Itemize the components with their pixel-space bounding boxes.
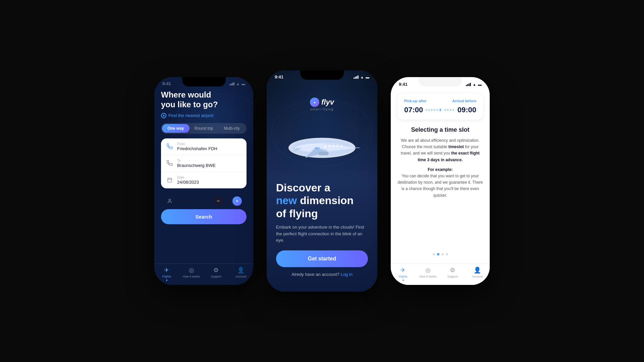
location-icon bbox=[161, 113, 166, 118]
passengers-controls: − 1 + bbox=[214, 196, 242, 206]
from-field[interactable]: From Friedrichshafen FDH bbox=[177, 142, 217, 151]
dot-4 bbox=[446, 253, 448, 255]
how-icon-3: ◎ bbox=[425, 266, 431, 274]
arrival-icon bbox=[166, 159, 174, 167]
svg-rect-21 bbox=[319, 152, 329, 155]
nav-dot-1 bbox=[166, 280, 167, 281]
phone-search: 9:41 ▲ ▬ bbox=[154, 77, 253, 285]
flights-label-3: Flights bbox=[399, 275, 408, 278]
account-icon-1: 👤 bbox=[237, 266, 245, 274]
dot-line: ✈ bbox=[426, 110, 454, 110]
plane-svg: flyv bbox=[275, 118, 369, 178]
onboard-subtext: Embark on your adventure in the clouds! … bbox=[276, 224, 368, 244]
svg-point-18 bbox=[332, 145, 334, 147]
notch-1 bbox=[182, 77, 226, 86]
dot-1 bbox=[433, 253, 435, 255]
time-3: 9:41 bbox=[399, 82, 408, 87]
login-link[interactable]: Log in bbox=[341, 272, 353, 277]
how-label-1: How it works bbox=[183, 275, 200, 278]
nav-account-3[interactable]: 👤 Account bbox=[465, 266, 490, 281]
to-row[interactable]: To Braunschweig BWE bbox=[161, 155, 247, 172]
passengers-row: Passengers − 1 + bbox=[161, 193, 247, 209]
support-label-3: Support bbox=[447, 275, 458, 278]
logo-area: ● flyv smart flying bbox=[267, 81, 377, 114]
svg-point-19 bbox=[336, 145, 338, 147]
logo-circle: ● bbox=[310, 98, 319, 107]
nav-how-3[interactable]: ◎ How it works bbox=[416, 266, 440, 281]
account-icon-3: 👤 bbox=[474, 266, 481, 274]
calendar-icon bbox=[166, 176, 174, 184]
arrival-time: 09:00 bbox=[458, 106, 476, 114]
onboard-headline: Discover a new dimensionof flying bbox=[276, 181, 368, 220]
phone-onboarding: 9:41 ▲ ▬ bbox=[267, 70, 377, 292]
svg-rect-4 bbox=[168, 178, 172, 182]
search-form-card: From Friedrichshafen FDH To Braunschw bbox=[161, 138, 247, 188]
login-text: Alredy have an account? Log in bbox=[276, 272, 368, 277]
status-icons-3: ▲ ▬ bbox=[466, 82, 482, 86]
nav-how-1[interactable]: ◎ How it works bbox=[179, 266, 204, 281]
account-label-3: Account bbox=[472, 275, 483, 278]
main-title: Where would you like to go? bbox=[161, 90, 247, 110]
increase-passengers-btn[interactable]: + bbox=[232, 196, 242, 206]
dot-2 bbox=[437, 253, 439, 255]
phones-container: 9:41 ▲ ▬ bbox=[154, 70, 490, 292]
pickup-label: Pick-up after bbox=[404, 99, 427, 103]
bottom-nav-1: ✈ Flights ◎ How it works ⚙ Support 👤 Acc… bbox=[154, 263, 253, 285]
slot-example: For example: You can decide that you wan… bbox=[397, 167, 483, 199]
slot-description: We are all about efficiency and optimiza… bbox=[397, 137, 483, 163]
battery-icon-3: ▬ bbox=[478, 82, 482, 86]
support-icon-1: ⚙ bbox=[213, 266, 219, 274]
time-range-header: Pick-up after Arrival before bbox=[404, 99, 476, 103]
notch-3 bbox=[419, 77, 462, 86]
svg-text:flyv: flyv bbox=[315, 146, 320, 149]
how-label-3: How it works bbox=[419, 275, 436, 278]
support-label-1: Support bbox=[211, 275, 222, 278]
date-field[interactable]: Date 24/08/2023 bbox=[177, 176, 199, 185]
search-button[interactable]: Search bbox=[161, 209, 247, 224]
decrease-passengers-btn[interactable]: − bbox=[214, 196, 223, 206]
onboard-text-area: Discover a new dimensionof flying Embark… bbox=[267, 181, 377, 292]
phone-1-body: Where would you like to go? Find the nea… bbox=[154, 87, 253, 263]
svg-point-16 bbox=[324, 145, 326, 147]
tab-multi-city[interactable]: Multi-city bbox=[218, 124, 246, 133]
tab-round-trip[interactable]: Round trip bbox=[190, 124, 218, 133]
notch-2 bbox=[300, 70, 344, 80]
plane-illustration-area: flyv bbox=[267, 114, 377, 181]
logo-sub: smart flying bbox=[310, 108, 334, 111]
date-row[interactable]: Date 24/08/2023 bbox=[161, 172, 247, 188]
from-row[interactable]: From Friedrichshafen FDH bbox=[161, 138, 247, 155]
logo-text: flyv bbox=[321, 98, 334, 107]
time-range-card: Pick-up after Arrival before 07:00 ✈ 09:… bbox=[397, 94, 483, 120]
dot-3 bbox=[441, 253, 444, 255]
flights-icon-1: ✈ bbox=[164, 266, 169, 274]
svg-point-17 bbox=[328, 145, 330, 147]
svg-point-20 bbox=[340, 145, 342, 147]
flights-label-1: Flights bbox=[162, 275, 171, 278]
get-started-button[interactable]: Get started bbox=[276, 250, 368, 267]
flights-icon-3: ✈ bbox=[400, 266, 406, 274]
find-airport-btn[interactable]: Find the nearest airport bbox=[161, 113, 247, 118]
departure-icon bbox=[166, 142, 174, 150]
person-icon bbox=[166, 197, 174, 205]
nav-dot-3 bbox=[402, 280, 404, 281]
nav-account-1[interactable]: 👤 Account bbox=[228, 266, 253, 281]
to-field[interactable]: To Braunschweig BWE bbox=[177, 159, 216, 168]
svg-point-8 bbox=[169, 199, 170, 201]
nav-flights-1[interactable]: ✈ Flights bbox=[154, 266, 179, 281]
passengers-count: 1 bbox=[226, 198, 229, 204]
bottom-nav-3: ✈ Flights ◎ How it works ⚙ Support 👤 Acc… bbox=[391, 263, 490, 285]
nav-flights-3[interactable]: ✈ Flights bbox=[391, 266, 416, 281]
time-connector: ✈ bbox=[423, 110, 457, 110]
arrival-label: Arrival before bbox=[452, 99, 476, 103]
tab-one-way[interactable]: One way bbox=[162, 124, 190, 133]
support-icon-3: ⚙ bbox=[450, 266, 455, 274]
account-label-1: Account bbox=[235, 275, 247, 278]
plane-mid-icon: ✈ bbox=[438, 107, 443, 113]
trip-type-tabs: One way Round trip Multi-city bbox=[161, 123, 247, 134]
nav-support-3[interactable]: ⚙ Support bbox=[440, 266, 465, 281]
time-row: 07:00 ✈ 09:00 bbox=[404, 106, 476, 114]
passengers-label: Passengers bbox=[177, 198, 210, 203]
nav-support-1[interactable]: ⚙ Support bbox=[204, 266, 229, 281]
phone-timeslot: 9:41 ▲ ▬ Pick-up after Arrival bbox=[391, 77, 490, 285]
dots-indicator bbox=[433, 253, 448, 255]
